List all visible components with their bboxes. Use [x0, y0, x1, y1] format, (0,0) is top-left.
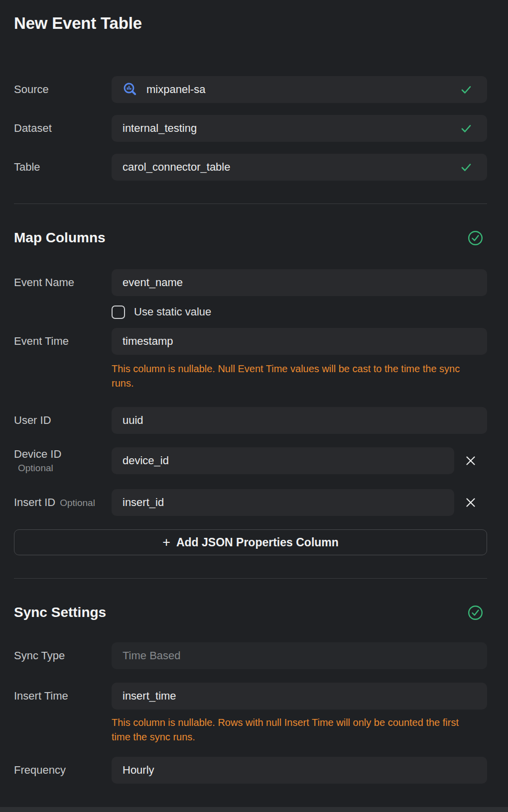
add-json-properties-button[interactable]: + Add JSON Properties Column: [14, 529, 487, 555]
dataset-label: Dataset: [14, 122, 112, 135]
section-divider: [14, 578, 487, 579]
page-title: New Event Table: [14, 0, 487, 34]
close-icon: [465, 497, 476, 508]
insert-id-optional-label: Optional: [60, 498, 95, 508]
use-static-value-checkbox[interactable]: [112, 305, 125, 319]
insert-id-clear-button[interactable]: [454, 489, 487, 516]
sync-type-select: Time Based: [112, 642, 487, 669]
event-name-select[interactable]: event_name: [112, 269, 487, 296]
plus-icon: +: [162, 536, 170, 549]
sync-type-row: Sync Type Time Based: [14, 642, 487, 669]
event-name-row: Event Name event_name: [14, 269, 487, 296]
device-id-select[interactable]: device_id: [112, 447, 454, 474]
user-id-row: User ID uuid: [14, 407, 487, 434]
event-time-row: Event Time timestamp: [14, 328, 487, 355]
source-row: Source mixpanel-sa: [14, 76, 487, 103]
source-label: Source: [14, 83, 112, 96]
source-valid-check-icon: [460, 84, 472, 96]
insert-time-warning: This column is nullable. Rows with null …: [112, 715, 466, 744]
device-id-row: Device ID Optional device_id: [14, 447, 487, 474]
insert-time-value: insert_time: [123, 690, 176, 703]
insert-id-label: Insert ID: [14, 496, 55, 509]
sync-settings-heading: Sync Settings: [14, 603, 106, 622]
event-time-label: Event Time: [14, 335, 112, 348]
add-json-properties-label: Add JSON Properties Column: [176, 536, 339, 549]
sync-settings-complete-check-icon: [468, 605, 483, 620]
event-time-warning-row: This column is nullable. Null Event Time…: [14, 355, 487, 391]
sync-type-value: Time Based: [123, 649, 181, 662]
mixpanel-search-icon: [123, 82, 137, 97]
use-static-value-label: Use static value: [134, 305, 211, 318]
event-time-warning: This column is nullable. Null Event Time…: [112, 362, 466, 391]
insert-id-value: insert_id: [123, 496, 164, 509]
user-id-value: uuid: [123, 414, 143, 427]
table-label: Table: [14, 161, 112, 174]
source-select[interactable]: mixpanel-sa: [112, 76, 487, 103]
sync-settings-header: Sync Settings: [14, 603, 487, 622]
dataset-valid-check-icon: [460, 122, 472, 134]
insert-time-select[interactable]: insert_time: [112, 683, 487, 710]
insert-id-select[interactable]: insert_id: [112, 489, 454, 516]
map-columns-header: Map Columns: [14, 228, 487, 248]
event-time-value: timestamp: [123, 335, 173, 348]
device-id-label: Device ID: [14, 448, 112, 461]
new-event-table-panel: New Event Table Source mixpanel-sa: [0, 0, 508, 812]
sync-type-label: Sync Type: [14, 649, 112, 662]
table-select[interactable]: carol_connector_table: [112, 154, 487, 181]
dataset-select[interactable]: internal_testing: [112, 115, 487, 142]
dataset-row: Dataset internal_testing: [14, 115, 487, 142]
user-id-select[interactable]: uuid: [112, 407, 487, 434]
device-id-value: device_id: [123, 454, 169, 467]
device-id-clear-button[interactable]: [454, 447, 487, 474]
insert-time-row: Insert Time insert_time: [14, 683, 487, 710]
frequency-label: Frequency: [14, 764, 112, 777]
dataset-value: internal_testing: [123, 122, 197, 135]
insert-time-label: Insert Time: [14, 690, 112, 703]
table-valid-check-icon: [460, 161, 472, 173]
close-icon: [465, 455, 476, 466]
table-value: carol_connector_table: [123, 161, 230, 174]
event-name-label: Event Name: [14, 276, 112, 289]
static-value-row: Use static value: [14, 304, 487, 319]
bottom-edge-bar: [0, 807, 508, 812]
insert-id-row: Insert ID Optional insert_id: [14, 489, 487, 516]
map-columns-heading: Map Columns: [14, 228, 106, 248]
insert-time-warning-row: This column is nullable. Rows with null …: [14, 710, 487, 744]
frequency-value: Hourly: [123, 764, 154, 777]
frequency-select[interactable]: Hourly: [112, 757, 487, 784]
frequency-row: Frequency Hourly: [14, 757, 487, 784]
source-value: mixpanel-sa: [146, 83, 206, 96]
section-divider: [14, 203, 487, 204]
event-time-select[interactable]: timestamp: [112, 328, 487, 355]
table-row: Table carol_connector_table: [14, 154, 487, 181]
device-id-optional-label: Optional: [14, 463, 112, 474]
map-columns-complete-check-icon: [468, 230, 483, 246]
user-id-label: User ID: [14, 414, 112, 427]
event-name-value: event_name: [123, 276, 183, 289]
